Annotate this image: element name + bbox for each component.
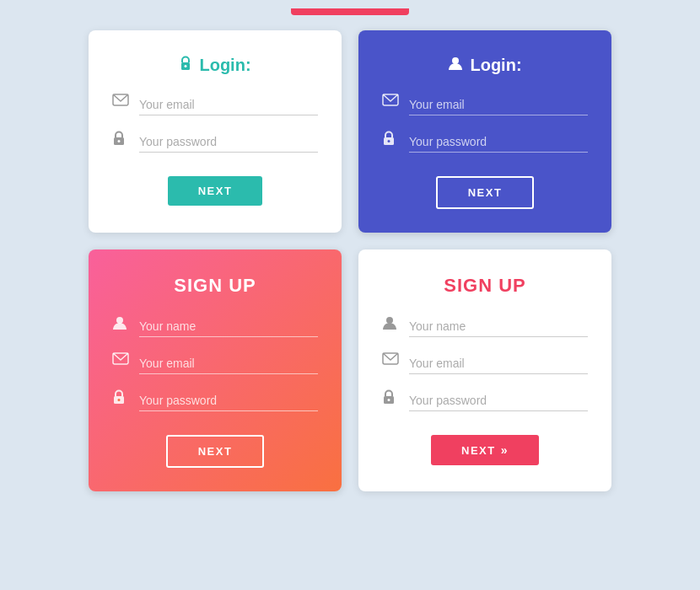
svg-point-1 bbox=[185, 65, 187, 67]
login-white-card: Login: NEXT bbox=[89, 30, 342, 233]
password-input-pink[interactable] bbox=[139, 394, 318, 411]
lock-icon-pink bbox=[112, 389, 131, 408]
user-icon-white-signup bbox=[382, 315, 401, 334]
signup-pink-title: SIGN UP bbox=[174, 275, 256, 297]
signup-white-title: SIGN UP bbox=[444, 275, 525, 297]
svg-point-12 bbox=[118, 399, 121, 401]
envelope-icon-blue bbox=[382, 94, 401, 112]
next-button-white-signup[interactable]: NEXT » bbox=[431, 435, 539, 465]
email-input-white[interactable] bbox=[139, 98, 318, 115]
login-blue-title: Login: bbox=[448, 56, 521, 75]
login-blue-card: Login: NEXT bbox=[358, 30, 611, 233]
password-field-row-white bbox=[112, 131, 318, 153]
svg-point-9 bbox=[116, 317, 123, 324]
svg-point-16 bbox=[388, 399, 390, 401]
svg-point-5 bbox=[452, 57, 459, 64]
name-field-row-white-signup bbox=[382, 315, 588, 337]
envelope-icon-white-signup bbox=[382, 352, 401, 371]
top-bar bbox=[291, 8, 409, 15]
email-input-blue[interactable] bbox=[409, 98, 588, 115]
lock-icon bbox=[112, 131, 131, 149]
name-input-pink[interactable] bbox=[139, 319, 318, 337]
email-field-row-blue bbox=[382, 94, 588, 115]
email-input-pink[interactable] bbox=[139, 357, 318, 374]
name-field-row-pink bbox=[112, 315, 318, 337]
lock-icon-white-signup bbox=[382, 389, 401, 408]
login-white-title: Login: bbox=[179, 56, 250, 75]
next-button-blue[interactable]: NEXT bbox=[436, 176, 535, 209]
envelope-icon-pink bbox=[112, 352, 131, 371]
svg-point-4 bbox=[118, 140, 121, 142]
email-field-row-white bbox=[112, 94, 318, 115]
svg-point-13 bbox=[386, 317, 393, 324]
next-button-label-white-signup: NEXT bbox=[461, 444, 496, 457]
next-button-pink[interactable]: NEXT bbox=[166, 435, 265, 468]
card-grid: Login: NEXT bbox=[89, 30, 611, 491]
svg-point-8 bbox=[388, 140, 390, 142]
email-field-row-pink bbox=[112, 352, 318, 374]
lock-icon-blue bbox=[382, 131, 401, 149]
password-input-white-signup[interactable] bbox=[409, 394, 588, 411]
password-field-row-white-signup bbox=[382, 389, 588, 411]
email-field-row-white-signup bbox=[382, 352, 588, 374]
signup-white-card: SIGN UP bbox=[358, 249, 611, 491]
signup-pink-card: SIGN UP bbox=[89, 249, 342, 491]
lock-title-icon bbox=[179, 56, 192, 75]
email-input-white-signup[interactable] bbox=[409, 357, 588, 374]
next-button-white[interactable]: NEXT bbox=[168, 176, 263, 206]
user-title-icon bbox=[448, 56, 463, 75]
name-input-white-signup[interactable] bbox=[409, 319, 588, 337]
password-field-row-blue bbox=[382, 131, 588, 153]
password-input-white[interactable] bbox=[139, 135, 318, 153]
password-input-blue[interactable] bbox=[409, 135, 588, 153]
envelope-icon bbox=[112, 94, 131, 112]
password-field-row-pink bbox=[112, 389, 318, 411]
user-icon-pink bbox=[112, 315, 131, 334]
chevron-right-icon: » bbox=[501, 443, 509, 457]
